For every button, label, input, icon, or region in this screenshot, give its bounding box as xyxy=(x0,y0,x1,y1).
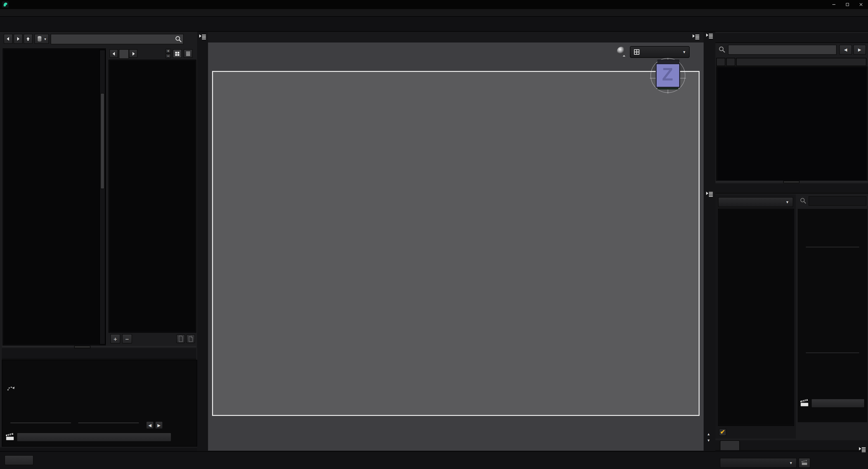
viewport-panel-menu-icon[interactable] xyxy=(692,33,700,41)
property-search-icon[interactable] xyxy=(800,197,807,204)
column-node[interactable] xyxy=(736,58,866,66)
thumb-size-decrease-button[interactable]: − xyxy=(165,54,171,58)
lesson-dropdown[interactable]: ▼ xyxy=(720,458,797,468)
right-dock-tab-strip: ▲ ▼ xyxy=(704,32,715,451)
grid-view-button[interactable] xyxy=(173,49,182,58)
minimize-button[interactable] xyxy=(828,0,840,9)
clapperboard-icon xyxy=(5,433,15,442)
right-splitter[interactable] xyxy=(715,181,868,183)
filter-prev-button[interactable]: ◀ xyxy=(839,45,852,55)
aspect-frame-border xyxy=(212,71,700,416)
list-view-button[interactable] xyxy=(184,49,193,58)
nav-forward-button[interactable] xyxy=(13,34,23,44)
tab-scroll-down-icon[interactable]: ▼ xyxy=(707,438,710,443)
search-icon[interactable] xyxy=(175,35,182,43)
parameters-panel-menu-icon[interactable] xyxy=(706,191,714,198)
copy-file-button[interactable] xyxy=(176,335,185,343)
viewport-tab-bar xyxy=(208,32,704,43)
content-thumbnails-area[interactable] xyxy=(108,60,196,333)
content-tree xyxy=(3,49,106,345)
add-content-button[interactable]: + xyxy=(110,334,120,344)
column-visible[interactable] xyxy=(716,58,725,66)
main-toolbar xyxy=(0,17,868,32)
page-prev-button[interactable] xyxy=(110,49,118,58)
view-cube-axis-letter: Z xyxy=(662,65,673,83)
chevron-down-icon: ▼ xyxy=(682,50,686,54)
chevron-down-icon: ▼ xyxy=(789,461,793,465)
select-item-dropdown[interactable]: ▼ xyxy=(718,197,793,207)
viewport-canvas[interactable]: ▼ Z xyxy=(208,42,704,451)
next-tip-button[interactable]: ▶ xyxy=(155,421,163,429)
scene-node-list[interactable] xyxy=(716,66,867,181)
filter-next-button[interactable]: ▶ xyxy=(853,45,866,55)
tab-tips-bottom[interactable] xyxy=(720,440,740,450)
nav-up-button[interactable] xyxy=(24,34,33,44)
video-content-library-button[interactable] xyxy=(17,433,172,442)
daz-logo-icon xyxy=(2,1,8,8)
content-search-input[interactable] xyxy=(51,34,184,44)
menu-bar xyxy=(0,9,868,17)
tips-panel: ◀ ▶ xyxy=(2,360,197,447)
video-parameters-button[interactable] xyxy=(811,399,865,408)
panel-menu-icon[interactable] xyxy=(198,33,207,41)
page-next-button[interactable] xyxy=(129,49,137,58)
page-number-field[interactable] xyxy=(119,49,129,59)
tab-scroll-up-icon[interactable]: ▲ xyxy=(707,432,710,436)
chevron-down-icon: ▼ xyxy=(44,37,47,40)
lesson-video-button[interactable] xyxy=(799,458,810,468)
daz-studio-window: ▼ + − + − ◀ ▶ xyxy=(0,0,868,469)
property-group-list[interactable] xyxy=(718,209,794,426)
left-splitter[interactable] xyxy=(2,346,196,347)
nav-back-button[interactable] xyxy=(4,34,13,44)
view-cube-bottom-edge xyxy=(657,88,678,90)
left-dock-tab-strip xyxy=(197,32,208,451)
right-bottom-tab-bar xyxy=(715,440,868,451)
filter-search-icon[interactable] xyxy=(718,46,726,53)
database-icon xyxy=(36,35,43,42)
scene-panel-menu-icon[interactable] xyxy=(706,33,714,40)
tree-scrollbar[interactable] xyxy=(99,50,105,344)
title-bar xyxy=(0,0,868,9)
clapperboard-icon xyxy=(800,399,809,408)
draw-style-sphere-icon[interactable] xyxy=(616,46,627,57)
camera-selector[interactable]: ▼ xyxy=(630,46,690,58)
property-search-input[interactable] xyxy=(809,196,866,206)
outline-tabs xyxy=(715,33,868,43)
timeline-button[interactable] xyxy=(4,455,33,465)
show-sub-items-checkbox[interactable]: ✔ xyxy=(719,429,726,436)
view-cube[interactable]: Z xyxy=(650,57,686,94)
paste-file-button[interactable] xyxy=(186,335,195,343)
parameters-help-panel xyxy=(798,209,867,422)
database-menu-button[interactable]: ▼ xyxy=(34,34,49,44)
view-cube-front-face[interactable]: Z xyxy=(656,63,680,88)
list-view-icon xyxy=(185,51,191,56)
scene-filter-input[interactable] xyxy=(728,45,837,55)
remove-content-button[interactable]: − xyxy=(122,334,132,344)
tip-arrow-icon xyxy=(6,384,16,394)
grid-view-icon xyxy=(175,51,180,56)
thumb-size-increase-button[interactable]: + xyxy=(165,49,171,53)
chevron-down-icon: ▼ xyxy=(785,200,789,204)
close-button[interactable] xyxy=(855,0,867,9)
lessons-panel-menu-icon[interactable] xyxy=(858,446,866,454)
maximize-button[interactable] xyxy=(841,0,854,9)
column-selectable[interactable] xyxy=(726,58,735,66)
more-tips-hint xyxy=(7,423,143,423)
prev-tip-button[interactable]: ◀ xyxy=(146,421,154,429)
bottom-bar: ▼ xyxy=(0,451,868,469)
parameters-group-pane: ▼ ✔ xyxy=(715,194,796,438)
parameters-mid-tabs xyxy=(715,184,868,193)
window-pane-icon xyxy=(633,49,640,55)
left-bottom-tabs xyxy=(2,348,196,359)
